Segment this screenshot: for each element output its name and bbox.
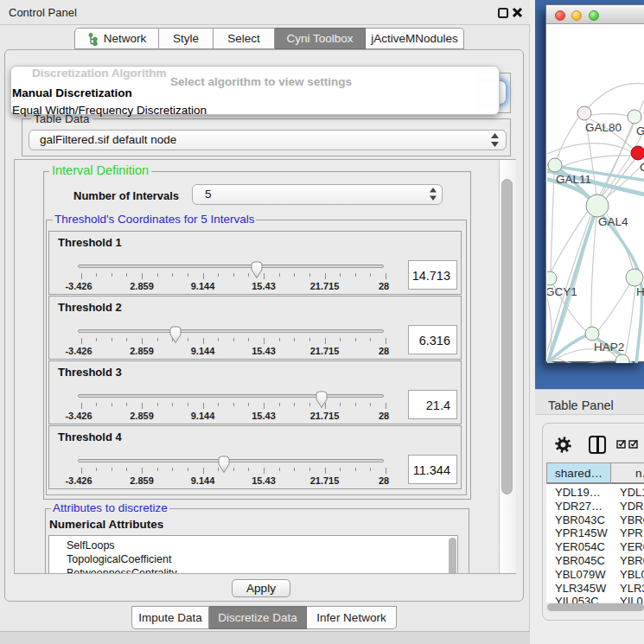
svg-text:GA: GA [636, 124, 644, 137]
svg-text:GAL80: GAL80 [585, 121, 622, 134]
svg-text:C: C [640, 161, 644, 174]
svg-text:HAP2: HAP2 [594, 341, 624, 354]
svg-text:HI: HI [636, 285, 644, 298]
svg-text:GAL11: GAL11 [556, 173, 591, 186]
svg-text:GAL4: GAL4 [598, 215, 628, 228]
svg-text:GCY1: GCY1 [547, 285, 577, 298]
